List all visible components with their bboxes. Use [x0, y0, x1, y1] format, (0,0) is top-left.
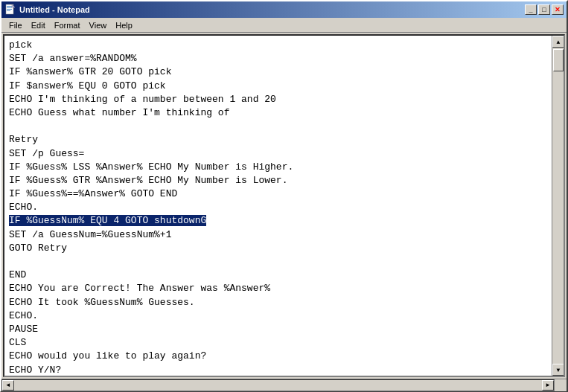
maximize-button[interactable]: □ [538, 4, 550, 15]
editor-area: pick SET /a answer=%RANDOM% IF %answer% … [3, 34, 565, 377]
text-editor[interactable]: pick SET /a answer=%RANDOM% IF %answer% … [4, 36, 552, 376]
svg-rect-3 [7, 9, 12, 10]
menu-bar: FileEditFormatViewHelp [1, 18, 567, 33]
horizontal-scrollbar: ◄ ► [1, 379, 555, 391]
scrollbar-corner [555, 379, 567, 391]
svg-rect-1 [7, 6, 12, 7]
menu-item-format[interactable]: Format [50, 19, 85, 31]
svg-rect-4 [7, 10, 10, 11]
bottom-bar: ◄ ► [1, 379, 567, 391]
scroll-track-v[interactable] [552, 48, 564, 364]
close-button[interactable]: ✕ [552, 4, 564, 15]
title-bar-buttons: _ □ ✕ [525, 4, 564, 15]
title-bar-left: Untitled - Notepad [4, 4, 90, 16]
highlighted-line: IF %GuessNum% EQU 4 GOTO shutdownG [9, 215, 206, 226]
scroll-thumb-v[interactable] [553, 49, 564, 71]
window-title: Untitled - Notepad [19, 5, 90, 14]
scroll-down-button[interactable]: ▼ [552, 364, 564, 376]
svg-rect-2 [7, 7, 12, 8]
scroll-up-button[interactable]: ▲ [552, 36, 564, 48]
menu-item-view[interactable]: View [85, 19, 112, 31]
scroll-left-button[interactable]: ◄ [2, 380, 14, 391]
minimize-button[interactable]: _ [525, 4, 537, 15]
title-bar: Untitled - Notepad _ □ ✕ [1, 1, 567, 18]
menu-item-file[interactable]: File [4, 19, 27, 31]
scroll-right-button[interactable]: ► [542, 380, 554, 391]
app-icon [4, 4, 16, 16]
menu-item-help[interactable]: Help [111, 19, 137, 31]
vertical-scrollbar: ▲ ▼ [552, 36, 564, 376]
scroll-track-h[interactable] [14, 380, 542, 391]
main-window: Untitled - Notepad _ □ ✕ FileEditFormatV… [0, 0, 568, 392]
menu-item-edit[interactable]: Edit [27, 19, 50, 31]
